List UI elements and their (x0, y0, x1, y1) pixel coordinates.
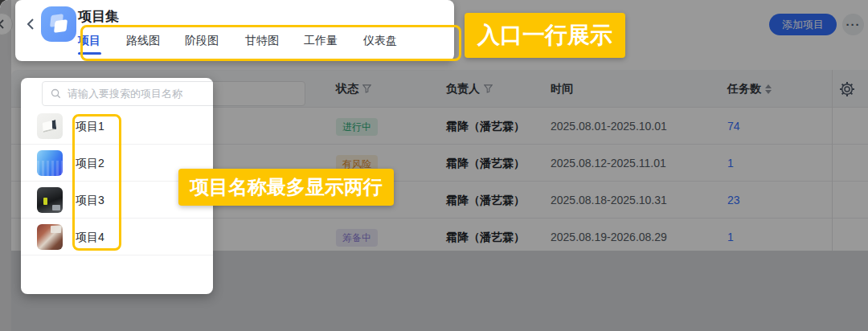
owner-header-label: 负责人 (446, 70, 480, 108)
app-window: 添加项目 ··· 状态 负责人 时间 任务数 (0, 0, 868, 331)
search-placeholder: 请输入要搜索的项目名称 (68, 87, 182, 101)
project-name: 项目1 (76, 108, 104, 145)
tab-stages[interactable]: 阶段图 (185, 31, 219, 50)
page-title: 项目集 (78, 7, 119, 26)
project-thumbnail (37, 224, 63, 250)
tab-projects[interactable]: 项目 (78, 31, 100, 50)
project-name: 项目2 (76, 145, 104, 182)
owner-cell: 霜降（潘艺霖） (446, 108, 525, 145)
tasks-count-link[interactable]: 1 (727, 145, 734, 182)
status-badge: 进行中 (336, 118, 378, 136)
column-header-tasks[interactable]: 任务数 (727, 70, 772, 108)
time-header-label: 时间 (551, 70, 573, 108)
sort-icon[interactable] (765, 84, 772, 94)
project-thumbnail (37, 150, 63, 176)
column-header-time[interactable]: 时间 (551, 70, 573, 108)
project-name: 项目4 (76, 219, 104, 255)
tasks-count-link[interactable]: 23 (727, 182, 740, 219)
tab-gantt[interactable]: 甘特图 (245, 31, 279, 50)
time-cell: 2025.08.01-2025.10.01 (551, 108, 667, 145)
time-cell: 2025.08.18-2025.10.31 (551, 182, 667, 219)
settings-column-divider (832, 70, 833, 273)
filter-icon[interactable] (484, 84, 493, 93)
tasks-header-label: 任务数 (727, 70, 761, 108)
tab-workload[interactable]: 工作量 (304, 31, 338, 50)
tab-dashboard[interactable]: 仪表盘 (363, 31, 397, 50)
chevron-left-icon (0, 19, 6, 29)
time-cell: 2025.08.12-2025.11.01 (551, 145, 666, 182)
project-thumbnail (37, 187, 63, 213)
active-tab-underline (78, 52, 101, 55)
annotation-names-note: 项目名称最多显示两行 (178, 169, 394, 206)
project-name: 项目3 (76, 182, 104, 219)
tasks-count-link[interactable]: 74 (727, 108, 740, 145)
owner-cell: 霜降（潘艺霖） (446, 145, 525, 182)
left-rail (0, 0, 11, 331)
search-icon (51, 88, 61, 99)
column-header-status[interactable]: 状态 (336, 70, 371, 108)
status-badge: 筹备中 (336, 229, 378, 247)
filter-icon[interactable] (362, 84, 371, 93)
add-project-button[interactable]: 添加项目 (769, 14, 837, 35)
annotation-tabs-note: 入口一行展示 (465, 13, 625, 58)
back-chevron-icon[interactable] (25, 18, 38, 31)
project-thumbnail (37, 113, 63, 139)
project-set-header-card: 项目集 项目 路线图 阶段图 甘特图 工作量 仪表盘 (15, 0, 454, 61)
tab-roadmap[interactable]: 路线图 (126, 31, 160, 50)
gear-icon[interactable] (839, 81, 855, 97)
status-header-label: 状态 (336, 70, 358, 108)
list-item[interactable]: 项目4 (21, 219, 213, 255)
owner-cell: 霜降（潘艺霖） (446, 182, 525, 219)
more-button[interactable]: ··· (842, 14, 864, 35)
search-field[interactable]: 请输入要搜索的项目名称 (42, 81, 213, 106)
tab-bar: 项目 路线图 阶段图 甘特图 工作量 仪表盘 (15, 31, 454, 55)
list-item[interactable]: 项目1 (21, 108, 213, 145)
column-header-owner[interactable]: 负责人 (446, 70, 493, 108)
